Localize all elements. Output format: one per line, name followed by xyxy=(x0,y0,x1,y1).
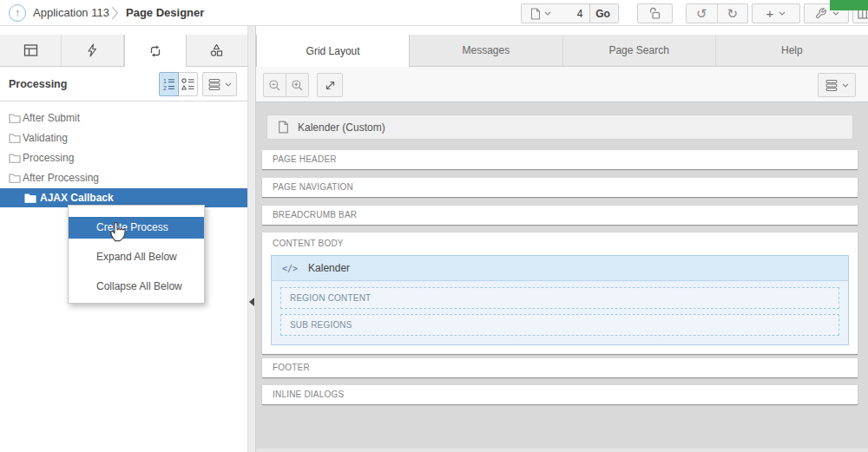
tab-grid-layout[interactable]: Grid Layout xyxy=(256,35,410,68)
slot-region-content[interactable]: REGION CONTENT xyxy=(280,287,839,309)
stacked-list-icon xyxy=(825,79,838,92)
svg-text:2: 2 xyxy=(163,85,167,91)
slot-footer[interactable]: FOOTER xyxy=(262,358,858,377)
grid-layout-canvas: Kalender (Custom) PAGE HEADER PAGE NAVIG… xyxy=(256,102,868,452)
dynamic-actions-icon xyxy=(85,43,99,57)
hand-cursor-icon xyxy=(108,219,127,243)
content-body-label: CONTENT BODY xyxy=(273,236,344,252)
slot-page-navigation[interactable]: PAGE NAVIGATION xyxy=(262,178,858,197)
rendering-icon xyxy=(23,43,38,57)
left-tab-bar xyxy=(0,35,247,67)
page-icon xyxy=(278,121,289,134)
folder-icon xyxy=(9,113,21,123)
stacked-list-icon xyxy=(208,78,220,91)
kalender-region-header[interactable]: </> Kalender xyxy=(272,256,848,281)
menu-item-create-process[interactable]: Create Process xyxy=(69,217,204,239)
expand-button[interactable] xyxy=(317,73,343,97)
wrench-icon xyxy=(814,7,827,20)
undo-redo-group: ↺ ↻ xyxy=(686,3,748,23)
shape-list-icon xyxy=(181,77,195,91)
redo-button[interactable]: ↻ xyxy=(717,4,747,23)
app-header: ↑ Application 113 Page Designer Go ↺ ↻ + xyxy=(0,0,868,26)
collapse-panel-icon[interactable] xyxy=(249,298,254,306)
processing-icon xyxy=(148,44,162,58)
tree-node-processing[interactable]: Processing xyxy=(0,148,247,167)
tab-dynamic-actions[interactable] xyxy=(62,35,123,66)
chevron-down-icon xyxy=(832,11,839,16)
slot-page-header[interactable]: PAGE HEADER xyxy=(262,150,858,169)
panel-title: Processing xyxy=(9,67,67,102)
menu-item-collapse-all-below[interactable]: Collapse All Below xyxy=(69,276,204,298)
panel-splitter[interactable] xyxy=(247,26,256,452)
grid-menu-button[interactable] xyxy=(818,73,856,97)
slot-inline-dialogs[interactable]: INLINE DIALOGS xyxy=(262,385,858,404)
main-pane: Grid Layout Messages Page Search Help xyxy=(256,26,868,452)
main-tab-bar: Grid Layout Messages Page Search Help xyxy=(256,35,868,67)
tree-node-label: After Submit xyxy=(23,108,80,128)
tree-node-label: Validating xyxy=(23,128,68,147)
kalender-region[interactable]: </> Kalender REGION CONTENT SUB REGIONS xyxy=(271,255,849,345)
zoom-in-button[interactable] xyxy=(286,73,309,97)
tree-node-label: After Processing xyxy=(23,168,99,187)
code-icon: </> xyxy=(282,264,298,273)
chevron-down-icon xyxy=(842,83,849,88)
create-menu-button[interactable]: + xyxy=(752,3,800,23)
slot-breadcrumb-bar[interactable]: BREADCRUMB BAR xyxy=(262,206,858,225)
magnifier-minus-icon xyxy=(268,79,281,92)
go-button[interactable]: Go xyxy=(589,4,616,23)
shared-components-icon xyxy=(209,43,224,57)
menu-item-expand-all-below[interactable]: Expand All Below xyxy=(69,246,204,268)
content-body-panel[interactable]: CONTENT BODY </> Kalender REGION CONTENT… xyxy=(262,233,858,354)
folder-icon xyxy=(9,133,21,143)
tree-menu-button[interactable] xyxy=(202,72,237,96)
numbered-list-icon: 1 2 xyxy=(161,77,176,91)
page-icon[interactable] xyxy=(530,8,541,20)
grid-layout-toolbar xyxy=(256,67,868,102)
context-menu: Create Process Expand All Below Collapse… xyxy=(68,205,205,304)
folder-icon xyxy=(9,173,21,183)
order-by-type-button[interactable] xyxy=(178,72,198,96)
tab-messages[interactable]: Messages xyxy=(410,35,562,66)
tree-node-validating[interactable]: Validating xyxy=(0,128,247,147)
page-selector-group: Go xyxy=(521,3,619,23)
chevron-down-icon[interactable] xyxy=(544,11,551,16)
svg-text:1: 1 xyxy=(163,78,167,84)
folder-icon xyxy=(9,153,21,163)
expand-diagonal-icon xyxy=(324,79,337,92)
slot-sub-regions[interactable]: SUB REGIONS xyxy=(280,314,839,336)
folder-icon-selected xyxy=(24,193,36,203)
chevron-down-icon xyxy=(225,82,232,87)
zoom-out-button[interactable] xyxy=(263,73,286,97)
page-title-box[interactable]: Kalender (Custom) xyxy=(266,115,853,140)
breadcrumb-page-designer: Page Designer xyxy=(126,0,204,26)
go-up-icon[interactable]: ↑ xyxy=(9,4,26,22)
region-title: Kalender xyxy=(308,262,350,274)
tab-processing[interactable] xyxy=(124,35,187,68)
tree-node-label: Processing xyxy=(23,148,74,167)
partial-green-toast xyxy=(830,0,868,10)
left-toolbar: Processing 1 2 xyxy=(0,67,247,102)
breadcrumb-chevron-icon xyxy=(111,6,119,20)
canvas-bottom-strip xyxy=(256,449,868,452)
tab-rendering[interactable] xyxy=(0,35,62,66)
lock-button[interactable] xyxy=(637,3,673,23)
tree-node-after-processing[interactable]: After Processing xyxy=(0,168,247,187)
chevron-down-icon xyxy=(779,11,786,16)
page-number-input[interactable] xyxy=(551,8,589,20)
page-title: Kalender (Custom) xyxy=(298,121,385,134)
undo-button[interactable]: ↺ xyxy=(687,4,717,23)
plus-icon: + xyxy=(766,6,774,21)
tab-page-search[interactable]: Page Search xyxy=(563,35,716,66)
tab-shared-components[interactable] xyxy=(187,35,247,66)
unlock-icon xyxy=(648,7,661,20)
tree-node-after-submit[interactable]: After Submit xyxy=(0,108,247,128)
magnifier-plus-icon xyxy=(291,79,304,92)
order-by-sequence-button[interactable]: 1 2 xyxy=(159,72,179,96)
tab-help[interactable]: Help xyxy=(716,35,868,66)
breadcrumb-application[interactable]: Application 113 xyxy=(33,0,109,26)
